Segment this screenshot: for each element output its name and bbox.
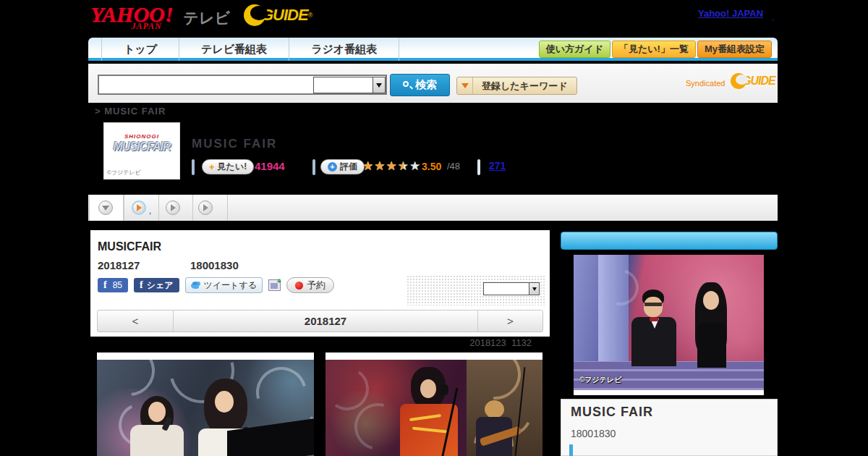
updated-timestamp: 2018123 1132 bbox=[420, 337, 532, 348]
section-link-icon-3[interactable] bbox=[198, 200, 213, 215]
my-listings-settings-button[interactable]: My番組表設定 bbox=[697, 41, 772, 58]
logo-name-text: MUSICFAIR bbox=[104, 140, 179, 153]
tweet-label: ツイートする bbox=[204, 279, 257, 292]
want-to-watch-count: 41944 bbox=[255, 160, 285, 172]
tab-separator bbox=[227, 195, 228, 221]
search-icon bbox=[403, 81, 412, 90]
facebook-share-label: シェア bbox=[147, 279, 174, 292]
yahoo-tv-label: テレビ bbox=[184, 8, 230, 28]
usage-guide-button[interactable]: 使い方ガイド bbox=[539, 41, 610, 58]
sidebar-program-photo[interactable]: ©フジテレビ bbox=[574, 255, 764, 395]
section-current-icon[interactable] bbox=[98, 200, 113, 215]
episode-select[interactable] bbox=[483, 282, 540, 295]
facebook-icon: f bbox=[140, 279, 143, 291]
select-arrow-button[interactable] bbox=[373, 77, 385, 93]
stars-filled: ★★★★★ bbox=[362, 159, 404, 174]
reserve-button[interactable]: 予約 bbox=[286, 277, 334, 293]
triangle-right-icon bbox=[137, 204, 142, 211]
divider-bar bbox=[312, 159, 315, 175]
rating-total: /48 bbox=[447, 161, 460, 172]
program-title: MUSIC FAIR bbox=[192, 137, 277, 151]
program-stats-row: + 見たい! 41944 + 評価 ★★★★★ ★★★★★ 3.50 /48 2… bbox=[88, 159, 631, 176]
select-arrow-button[interactable] bbox=[529, 283, 539, 295]
plus-icon: + bbox=[277, 276, 281, 285]
photo-copyright: ©フジテレビ bbox=[579, 375, 622, 385]
registered-keywords-button[interactable]: 登録したキーワード bbox=[456, 77, 577, 95]
pager-next-button[interactable]: > bbox=[477, 311, 542, 332]
episode-date: 2018127 bbox=[98, 259, 140, 271]
chevron-down-icon bbox=[376, 83, 382, 88]
page-background: YAHOO! JAPAN テレビ GUIDE ® Yahoo! JAPAN , … bbox=[0, 0, 868, 456]
nav-tab-tv-listings[interactable]: テレビ番組表 bbox=[179, 38, 289, 61]
yahoo-japan-tv-logo[interactable]: YAHOO! JAPAN テレビ bbox=[90, 4, 230, 32]
pager-current-date: 2018127 bbox=[174, 311, 477, 332]
star-rating: ★★★★★ ★★★★★ bbox=[362, 159, 421, 174]
dropdown-arrow-icon bbox=[461, 83, 469, 88]
triangle-down-icon bbox=[102, 206, 109, 211]
hostess-face bbox=[703, 291, 719, 310]
review-count-link[interactable]: 271 bbox=[489, 160, 506, 172]
rate-button[interactable]: + 評価 bbox=[320, 159, 365, 174]
sidebar-program-time: 18001830 bbox=[571, 428, 616, 439]
sidebar-header-bar[interactable] bbox=[561, 232, 778, 250]
nav-tab-top[interactable]: トップ bbox=[101, 38, 179, 61]
bow-tie bbox=[650, 317, 658, 321]
record-dot-icon bbox=[295, 282, 303, 290]
rating-score: 3.50 bbox=[422, 161, 441, 172]
date-pager: < 2018127 > bbox=[97, 310, 543, 332]
tab-separator bbox=[192, 195, 193, 221]
want-to-watch-list-button[interactable]: 「見たい!」一覧 bbox=[612, 41, 696, 58]
registered-keywords-label: 登録したキーワード bbox=[473, 80, 576, 93]
section-link-icon-2[interactable] bbox=[166, 200, 180, 215]
guitarist-hair bbox=[485, 400, 504, 418]
episode-detail-box: MUSICFAIR 2018127 18001830 f 85 f シェア ツイ… bbox=[90, 230, 550, 337]
reserve-label: 予約 bbox=[307, 279, 326, 292]
twitter-bird-icon bbox=[191, 282, 201, 290]
gguide-small-logo: GUIDE bbox=[731, 73, 775, 89]
logo-brand-text: SHIONOGI bbox=[104, 133, 179, 140]
singer-face bbox=[148, 402, 166, 422]
plus-icon: + bbox=[209, 161, 215, 172]
facebook-like-button[interactable]: f 85 bbox=[98, 278, 128, 292]
episode-photo-1 bbox=[97, 352, 314, 456]
singer-face bbox=[420, 379, 436, 398]
iepg-reserve-icon[interactable]: + bbox=[268, 279, 281, 291]
photo-bottom-strip bbox=[574, 390, 764, 395]
tab-separator bbox=[124, 195, 124, 221]
sidebar-program-title[interactable]: MUSIC FAIR bbox=[571, 405, 653, 420]
yahoo-logo-japan: JAPAN bbox=[131, 21, 161, 32]
yahoo-japan-top-link[interactable]: Yahoo! JAPAN bbox=[698, 8, 763, 19]
singer-face bbox=[215, 391, 234, 413]
section-accent-bar bbox=[569, 444, 573, 456]
chevron-down-icon bbox=[532, 287, 537, 291]
section-link-icon-1[interactable] bbox=[132, 200, 146, 215]
episode-title: MUSICFAIR bbox=[98, 240, 161, 253]
breadcrumb: > MUSIC FAIR bbox=[95, 106, 166, 117]
singer-body bbox=[130, 425, 184, 456]
facebook-like-count: 85 bbox=[113, 280, 122, 290]
tab-text-mark: , bbox=[149, 206, 151, 215]
tab-separator bbox=[158, 195, 159, 221]
tweet-button[interactable]: ツイートする bbox=[185, 277, 263, 293]
search-button-label: 検索 bbox=[415, 78, 437, 92]
main-navbar: トップ テレビ番組表 ラジオ番組表 使い方ガイド 「見たい!」一覧 My番組表設… bbox=[88, 38, 778, 61]
divider-bar bbox=[477, 159, 480, 175]
want-to-watch-label: 見たい! bbox=[218, 161, 247, 173]
facebook-icon: f bbox=[103, 279, 107, 291]
pager-prev-button[interactable]: < bbox=[98, 311, 174, 332]
search-category-select[interactable] bbox=[313, 77, 386, 93]
sidebar: ©フジテレビ MUSIC FAIR 18001830 bbox=[561, 230, 778, 456]
search-panel: 検索 登録したキーワード Syndicated GUIDE bbox=[88, 64, 778, 103]
divider-bar bbox=[192, 159, 195, 175]
top-link-mark: , bbox=[772, 13, 774, 22]
facebook-share-button[interactable]: f シェア bbox=[134, 278, 179, 292]
registered-mark: ® bbox=[308, 12, 313, 19]
nav-tab-radio-listings[interactable]: ラジオ番組表 bbox=[289, 38, 399, 61]
want-to-watch-button[interactable]: + 見たい! bbox=[202, 159, 254, 174]
triangle-right-icon bbox=[171, 204, 176, 211]
sidebar-info-card: MUSIC FAIR 18001830 bbox=[561, 399, 778, 456]
host-face bbox=[644, 297, 663, 317]
microphone bbox=[441, 384, 448, 395]
search-input[interactable] bbox=[101, 77, 318, 92]
search-button[interactable]: 検索 bbox=[390, 74, 450, 96]
